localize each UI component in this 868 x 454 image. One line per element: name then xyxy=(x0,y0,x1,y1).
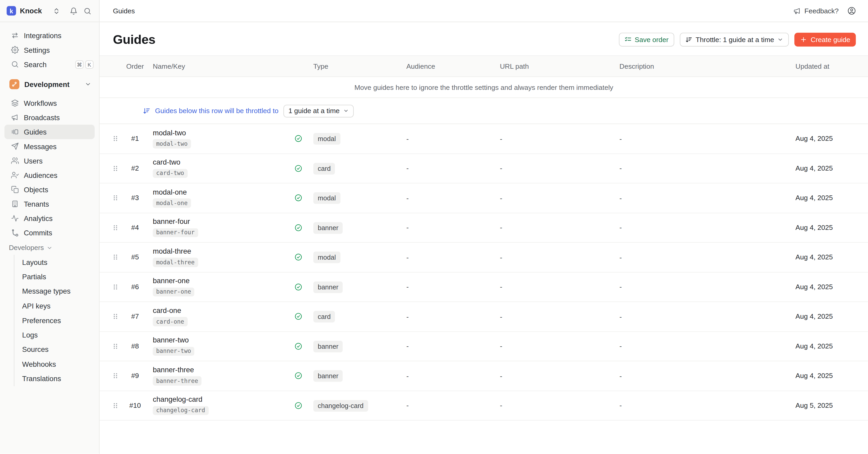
sidebar-item-settings[interactable]: Settings xyxy=(0,42,99,57)
megaphone-icon xyxy=(11,114,19,121)
guide-type-badge: modal xyxy=(313,252,340,263)
topbar: Guides Feedback? xyxy=(100,0,868,22)
sidebar-sub-item[interactable]: Partials xyxy=(14,269,99,284)
sidebar-sub-item-label: Preferences xyxy=(22,316,61,325)
guide-row[interactable]: #3 modal-one modal-one modal - - - Aug 4… xyxy=(100,183,868,213)
guide-url-path: - xyxy=(500,372,619,380)
sidebar-item-analytics[interactable]: Analytics xyxy=(0,211,99,225)
guide-row[interactable]: #10 changelog-card changelog-card change… xyxy=(100,391,868,420)
drag-handle-icon[interactable] xyxy=(108,224,122,231)
throttle-select[interactable]: 1 guide at a time xyxy=(283,105,354,117)
guide-order: #6 xyxy=(122,283,149,291)
guide-name-cell: modal-two modal-two xyxy=(148,129,294,148)
search-icon[interactable] xyxy=(83,6,92,16)
guide-audience: - xyxy=(406,194,500,202)
guide-updated-at: Aug 4, 2025 xyxy=(796,253,868,261)
guide-status-cell xyxy=(294,313,313,320)
drag-handle-icon[interactable] xyxy=(108,194,122,202)
drag-handle-icon[interactable] xyxy=(108,283,122,291)
guide-row[interactable]: #2 card-two card-two card - - - Aug 4, 2… xyxy=(100,154,868,183)
kbd-cmd: ⌘ xyxy=(75,60,84,68)
guide-updated-at: Aug 4, 2025 xyxy=(796,372,868,380)
bell-icon[interactable] xyxy=(69,6,79,16)
column-audience: Audience xyxy=(406,62,500,70)
drag-handle-icon[interactable] xyxy=(108,164,122,172)
save-order-button[interactable]: Save order xyxy=(619,33,674,47)
sidebar-item-objects[interactable]: Objects xyxy=(0,182,99,197)
guide-row[interactable]: #9 banner-three banner-three banner - - … xyxy=(100,361,868,391)
sidebar-sub-item[interactable]: API keys xyxy=(14,299,99,313)
sidebar-item-guides[interactable]: Guides xyxy=(4,124,95,139)
guide-key-badge: banner-one xyxy=(153,287,194,296)
sidebar-item-search[interactable]: Search ⌘ K xyxy=(0,57,99,71)
drag-handle-icon[interactable] xyxy=(108,401,122,409)
guide-row[interactable]: #6 banner-one banner-one banner - - - Au… xyxy=(100,273,868,302)
search-icon xyxy=(11,60,19,68)
check-circle-icon xyxy=(294,283,302,291)
sidebar-sub-item[interactable]: Webhooks xyxy=(14,357,99,371)
guide-status-cell xyxy=(294,253,313,261)
throttle-dropdown-button[interactable]: Throttle: 1 guide at a time xyxy=(680,33,789,47)
drag-handle-icon[interactable] xyxy=(108,135,122,143)
guide-key-badge: modal-two xyxy=(153,139,191,148)
drag-handle-icon[interactable] xyxy=(108,253,122,261)
guide-name[interactable]: banner-two xyxy=(153,336,294,344)
guide-name[interactable]: card-two xyxy=(153,159,294,166)
create-guide-button[interactable]: Create guide xyxy=(795,33,856,47)
guide-name[interactable]: banner-four xyxy=(153,218,294,226)
drag-handle-icon[interactable] xyxy=(108,372,122,380)
guide-row[interactable]: #4 banner-four banner-four banner - - - … xyxy=(100,213,868,243)
developers-section-toggle[interactable]: Developers xyxy=(0,240,99,255)
pages-icon xyxy=(11,186,19,194)
sidebar-item-integrations[interactable]: Integrations xyxy=(0,28,99,42)
chevron-down-icon xyxy=(47,245,53,251)
guide-row[interactable]: #8 banner-two banner-two banner - - - Au… xyxy=(100,332,868,361)
guide-name[interactable]: modal-two xyxy=(153,129,294,137)
sidebar-sub-item[interactable]: Translations xyxy=(14,371,99,386)
environment-switcher[interactable]: Development xyxy=(0,76,99,93)
sidebar-sub-item[interactable]: Sources xyxy=(14,342,99,357)
sidebar-item-workflows[interactable]: Workflows xyxy=(0,96,99,110)
sidebar-item-broadcasts[interactable]: Broadcasts xyxy=(0,110,99,124)
sidebar-sub-item[interactable]: Preferences xyxy=(14,313,99,328)
guide-name[interactable]: banner-three xyxy=(153,366,294,374)
search-shortcut: ⌘ K xyxy=(75,60,93,68)
guide-audience: - xyxy=(406,372,500,380)
guide-description: - xyxy=(620,342,796,350)
guide-row[interactable]: #1 modal-two modal-two modal - - - Aug 4… xyxy=(100,124,868,153)
workspace-switcher-icon[interactable] xyxy=(52,6,61,16)
sidebar-item-label: Workflows xyxy=(24,99,57,107)
drag-handle-icon[interactable] xyxy=(108,342,122,350)
drag-handle-icon[interactable] xyxy=(108,313,122,320)
sidebar-item-commits[interactable]: Commits xyxy=(0,225,99,240)
guide-name[interactable]: changelog-card xyxy=(153,396,294,404)
guide-key-badge: banner-three xyxy=(153,376,201,386)
column-name-key: Name/Key xyxy=(148,62,294,70)
guide-order: #2 xyxy=(122,164,149,172)
guide-status-cell xyxy=(294,224,313,231)
guide-updated-at: Aug 5, 2025 xyxy=(796,401,868,409)
sidebar-item-messages[interactable]: Messages xyxy=(0,139,99,153)
sidebar-sub-item[interactable]: Message types xyxy=(14,284,99,299)
guide-name[interactable]: banner-one xyxy=(153,277,294,285)
sidebar-sub-item[interactable]: Logs xyxy=(14,328,99,342)
guide-name[interactable]: modal-three xyxy=(153,248,294,255)
account-menu-button[interactable] xyxy=(848,6,856,15)
guide-description: - xyxy=(620,372,796,380)
guide-row[interactable]: #7 card-one card-one card - - - Aug 4, 2… xyxy=(100,302,868,332)
guide-name[interactable]: modal-one xyxy=(153,188,294,196)
sidebar-item-label: Audiences xyxy=(24,171,57,179)
guide-name[interactable]: card-one xyxy=(153,307,294,315)
feedback-button[interactable]: Feedback? xyxy=(793,7,839,15)
guide-row[interactable]: #5 modal-three modal-three modal - - - A… xyxy=(100,243,868,272)
throttle-note-link[interactable]: Guides below this row will be throttled … xyxy=(155,107,278,115)
guide-type-cell: card xyxy=(313,312,406,321)
immediate-dropzone-banner[interactable]: Move guides here to ignore the throttle … xyxy=(100,77,868,98)
sidebar-item-users[interactable]: Users xyxy=(0,153,99,168)
guide-key-badge: modal-one xyxy=(153,199,191,208)
main-area: Guides Feedback? Guides Save order xyxy=(100,0,868,454)
sidebar-item-audiences[interactable]: Audiences xyxy=(0,168,99,182)
sidebar-sub-item[interactable]: Layouts xyxy=(14,255,99,269)
guide-type-cell: modal xyxy=(313,253,406,261)
sidebar-item-tenants[interactable]: Tenants xyxy=(0,197,99,211)
